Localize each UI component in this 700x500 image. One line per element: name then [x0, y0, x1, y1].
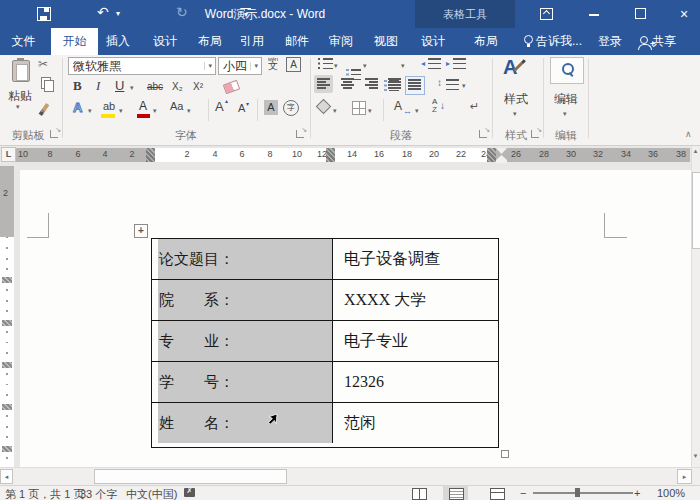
font-dialog-launcher-icon[interactable]: [296, 130, 304, 138]
grow-font-button[interactable]: A: [215, 99, 224, 114]
page-indicator[interactable]: 第 1 页，共 1 页: [5, 487, 84, 500]
table-column-marker-icon[interactable]: [326, 148, 335, 162]
table-resize-handle[interactable]: [501, 450, 509, 458]
tab-references[interactable]: 引用: [230, 28, 274, 55]
tab-insert[interactable]: 插入: [96, 28, 140, 55]
justify-icon[interactable]: [388, 78, 401, 89]
table-row[interactable]: 姓 名： 范闲: [152, 403, 498, 443]
scroll-left-icon[interactable]: ◂: [0, 469, 13, 484]
table-cell-label[interactable]: 专 业：: [152, 321, 333, 361]
strikethrough-button[interactable]: abc: [147, 81, 163, 92]
tab-design[interactable]: 设计: [143, 28, 187, 55]
paste-icon[interactable]: [12, 60, 30, 82]
bullets-icon[interactable]: [318, 58, 333, 69]
document-table[interactable]: 论文题目： 电子设备调查 院 系： XXXX 大学 专 业： 电子专业 学 号：…: [151, 238, 499, 448]
print-layout-icon[interactable]: [449, 488, 464, 500]
word-count[interactable]: 33 个字: [80, 487, 117, 500]
collapse-ribbon-icon[interactable]: ∧: [685, 129, 692, 139]
undo-dropdown-icon[interactable]: ▾: [116, 9, 120, 18]
table-cell-value[interactable]: 电子专业: [333, 321, 498, 361]
proofing-status-icon[interactable]: [184, 488, 195, 497]
shading-bucket-icon[interactable]: [316, 99, 332, 115]
editing-button[interactable]: 编辑: [546, 91, 586, 108]
font-size-dropdown-icon[interactable]: ▾: [250, 62, 261, 70]
tab-table-layout[interactable]: 布局: [464, 28, 508, 55]
paste-dropdown-icon[interactable]: ▾: [16, 103, 20, 111]
line-spacing-icon[interactable]: ↕: [437, 77, 442, 88]
copy-icon[interactable]: [41, 77, 51, 89]
language-indicator[interactable]: 中文(中国): [126, 487, 177, 500]
character-border-button[interactable]: A: [286, 57, 301, 72]
multilevel-dropdown-icon[interactable]: ▾: [401, 62, 405, 70]
bullets-dropdown-icon[interactable]: ▾: [334, 62, 338, 70]
horizontal-scrollbar-thumb[interactable]: [94, 469, 287, 484]
zoom-slider-track[interactable]: [533, 492, 633, 494]
table-column-marker-icon[interactable]: [487, 148, 496, 162]
italic-button[interactable]: I: [96, 78, 100, 94]
tab-file[interactable]: 文件: [0, 28, 47, 55]
web-layout-icon[interactable]: [490, 488, 505, 500]
asian-layout-dropdown-icon[interactable]: ▾: [415, 107, 419, 115]
horizontal-ruler[interactable]: 1086422468101214161820222426283032343638: [0, 146, 700, 163]
font-color-button[interactable]: A: [139, 99, 147, 113]
share-button[interactable]: 共享: [652, 28, 688, 55]
table-row-marker-icon[interactable]: [2, 446, 12, 452]
tab-selector[interactable]: L: [1, 147, 16, 162]
editing-dropdown-icon[interactable]: ▾: [563, 110, 567, 118]
numbering-dropdown-icon[interactable]: ▾: [363, 62, 367, 70]
shrink-font-button[interactable]: A: [238, 102, 245, 114]
tab-view[interactable]: 视图: [364, 28, 408, 55]
cut-icon[interactable]: ✂: [38, 57, 48, 71]
tab-layout[interactable]: 布局: [188, 28, 232, 55]
bold-button[interactable]: B: [73, 78, 82, 94]
table-row-marker-icon[interactable]: [2, 320, 12, 326]
zoom-level[interactable]: 100%: [657, 487, 685, 499]
zoom-in-button[interactable]: +: [634, 487, 640, 499]
table-row[interactable]: 学 号： 12326: [152, 362, 498, 403]
scroll-up-icon[interactable]: ▴: [691, 147, 700, 155]
borders-dropdown-icon[interactable]: ▾: [368, 107, 372, 115]
font-size-combobox[interactable]: 小四 ▾: [218, 57, 262, 75]
tab-review[interactable]: 审阅: [319, 28, 363, 55]
format-painter-icon[interactable]: [39, 103, 50, 116]
text-effects-button[interactable]: A: [73, 100, 82, 115]
styles-dropdown-icon[interactable]: ▾: [513, 110, 517, 118]
align-left-icon[interactable]: [317, 78, 330, 89]
change-case-button[interactable]: Aa: [170, 100, 183, 112]
tell-me-box[interactable]: 告诉我...: [536, 28, 588, 55]
font-name-combobox[interactable]: 微软雅黑 ▾: [68, 57, 216, 75]
vertical-scrollbar-thumb[interactable]: [692, 172, 700, 249]
table-row-marker-icon[interactable]: [2, 362, 12, 368]
styles-button[interactable]: 样式: [496, 91, 536, 108]
change-case-dropdown-icon[interactable]: ▾: [187, 107, 191, 115]
left-indent-marker[interactable]: [496, 160, 507, 163]
tab-table-design[interactable]: 设计: [411, 28, 455, 55]
table-column-marker-icon[interactable]: [146, 148, 155, 162]
table-cell-value[interactable]: 12326: [333, 362, 498, 402]
scroll-right-icon[interactable]: ▸: [677, 469, 692, 484]
table-cell-label[interactable]: 姓 名：: [152, 403, 333, 443]
font-color-dropdown-icon[interactable]: ▾: [153, 107, 157, 115]
styles-dialog-launcher-icon[interactable]: [531, 130, 539, 138]
zoom-out-button[interactable]: −: [520, 487, 526, 499]
clear-formatting-icon[interactable]: [223, 80, 241, 95]
table-cell-value[interactable]: XXXX 大学: [333, 280, 498, 320]
table-cell-label[interactable]: 论文题目：: [152, 239, 333, 279]
table-cell-value[interactable]: 范闲: [333, 403, 498, 443]
sign-in-button[interactable]: 登录: [593, 28, 627, 55]
scroll-down-icon[interactable]: ▾: [691, 452, 700, 460]
paragraph-dialog-launcher-icon[interactable]: [479, 130, 487, 138]
decrease-indent-icon[interactable]: ◂: [421, 59, 425, 68]
align-right-icon[interactable]: [365, 78, 378, 89]
align-center-icon[interactable]: [341, 78, 354, 89]
vertical-ruler[interactable]: 2: [0, 166, 14, 467]
increase-indent-icon[interactable]: ▸: [446, 59, 450, 68]
table-row-marker-icon[interactable]: [2, 404, 12, 410]
line-spacing-dropdown-icon[interactable]: ▾: [462, 82, 466, 90]
text-highlight-button[interactable]: ab: [103, 100, 115, 112]
table-cell-value[interactable]: 电子设备调查: [333, 239, 498, 279]
table-row[interactable]: 论文题目： 电子设备调查: [152, 239, 498, 280]
underline-dropdown-icon[interactable]: ▾: [130, 84, 134, 92]
superscript-button[interactable]: X²: [193, 81, 203, 92]
table-move-handle[interactable]: +: [134, 224, 148, 238]
